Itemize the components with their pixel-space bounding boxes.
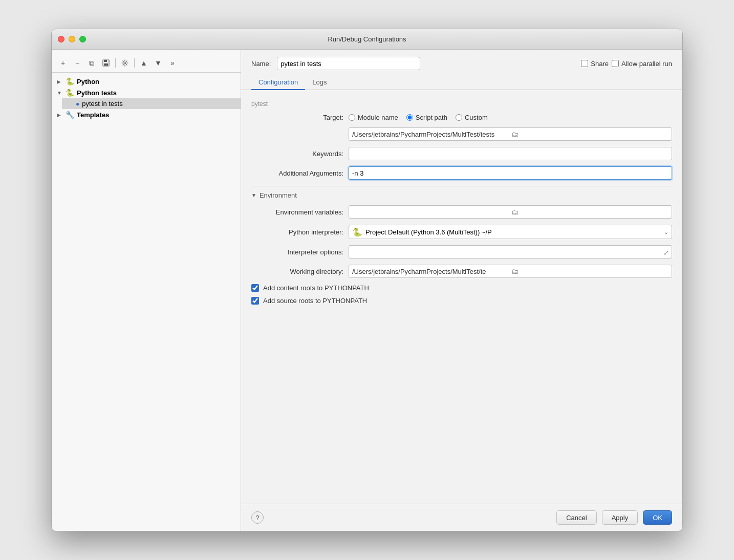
header-row: Name: Share Allow parallel run [241, 50, 682, 75]
module-name-label: Module name [358, 114, 398, 121]
additional-args-row: Additional Arguments: [251, 166, 672, 180]
share-group: Share Allow parallel run [581, 60, 672, 68]
settings-button[interactable] [119, 57, 131, 69]
apply-button[interactable]: Apply [602, 510, 638, 525]
ok-button[interactable]: OK [643, 510, 672, 525]
expand-arrow-python[interactable]: ▶ [57, 79, 63, 84]
share-checkbox-label[interactable]: Share [581, 60, 609, 68]
path-field-container: /Users/jetbrains/PycharmProjects/MultiTe… [349, 127, 672, 141]
tab-configuration[interactable]: Configuration [251, 75, 305, 90]
more-button[interactable]: » [166, 57, 179, 69]
sidebar-item-label-templates: Templates [77, 111, 109, 119]
main-panel: Name: Share Allow parallel run Configura… [241, 50, 682, 531]
source-roots-label[interactable]: Add source roots to PYTHONPATH [263, 297, 367, 305]
parallel-checkbox-label[interactable]: Allow parallel run [612, 60, 672, 68]
add-button[interactable]: + [57, 57, 69, 69]
sidebar-item-pytest-in-tests[interactable]: ● pytest in tests [62, 98, 241, 109]
keywords-label: Keywords: [251, 150, 343, 158]
path-folder-icon[interactable]: 🗂 [511, 130, 668, 138]
environment-section-header: ▼ Environment [251, 191, 672, 199]
interpreter-options-label: Interpreter options: [251, 248, 343, 256]
source-roots-checkbox[interactable] [251, 297, 259, 305]
parallel-checkbox[interactable] [612, 60, 619, 67]
script-path-radio[interactable] [406, 114, 413, 121]
tab-bar: Configuration Logs [241, 75, 682, 90]
keywords-input[interactable] [349, 147, 672, 160]
copy-button[interactable]: ⧉ [85, 57, 98, 69]
env-vars-row: Environment variables: 🗂 [251, 205, 672, 219]
close-button[interactable] [58, 36, 64, 42]
run-debug-configurations-window: Run/Debug Configurations + − ⧉ ▲ ▼ » [51, 29, 683, 531]
parallel-label: Allow parallel run [621, 60, 672, 68]
module-name-radio-label[interactable]: Module name [349, 114, 398, 121]
custom-radio-label[interactable]: Custom [456, 114, 488, 121]
custom-label: Custom [465, 114, 488, 121]
custom-radio[interactable] [456, 114, 462, 121]
env-vars-folder-icon[interactable]: 🗂 [511, 208, 668, 216]
traffic-lights [58, 36, 86, 42]
tab-logs[interactable]: Logs [305, 75, 334, 90]
python-tests-icon: 🐍 [66, 89, 74, 97]
pytest-icon: ● [76, 100, 79, 107]
content-roots-row: Add content roots to PYTHONPATH [251, 284, 672, 292]
sidebar-item-label-pytest: pytest in tests [82, 100, 122, 107]
interpreter-options-field-container: ⤢ [349, 245, 672, 259]
minimize-button[interactable] [69, 36, 75, 42]
move-up-button[interactable]: ▲ [138, 57, 150, 69]
working-dir-label: Working directory: [251, 268, 343, 275]
sidebar-item-label-python: Python [77, 78, 99, 85]
expand-arrow-templates[interactable]: ▶ [57, 112, 63, 118]
titlebar: Run/Debug Configurations [52, 29, 682, 50]
python-interpreter-icon: 🐍 [352, 227, 362, 237]
configuration-panel: pytest Target: Module name Script path [241, 90, 682, 504]
interpreter-dropdown-icon[interactable]: ⌄ [664, 229, 668, 235]
save-button[interactable] [100, 57, 112, 69]
expand-icon[interactable]: ⤢ [663, 249, 669, 256]
share-checkbox[interactable] [581, 60, 588, 67]
svg-rect-2 [104, 63, 108, 66]
sidebar-item-templates[interactable]: ▶ 🔧 Templates [52, 109, 241, 120]
env-collapse-arrow[interactable]: ▼ [251, 192, 256, 198]
maximize-button[interactable] [79, 36, 86, 42]
python-interpreter-label: Python interpreter: [251, 228, 343, 236]
action-buttons: Cancel Apply OK [556, 510, 672, 525]
cancel-button[interactable]: Cancel [556, 510, 596, 525]
name-label: Name: [251, 60, 271, 68]
separator2 [134, 58, 135, 68]
env-vars-label: Environment variables: [251, 208, 343, 216]
expand-arrow-python-tests[interactable]: ▼ [57, 90, 63, 96]
path-row: /Users/jetbrains/PycharmProjects/MultiTe… [251, 127, 672, 141]
separator [115, 58, 116, 68]
additional-args-input[interactable] [349, 166, 672, 180]
additional-args-label: Additional Arguments: [251, 169, 343, 177]
share-label: Share [591, 60, 609, 68]
script-path-label: Script path [416, 114, 447, 121]
sidebar-toolbar: + − ⧉ ▲ ▼ » [52, 54, 241, 73]
sidebar-item-python-tests[interactable]: ▼ 🐍 Python tests [52, 87, 241, 98]
svg-rect-1 [104, 60, 107, 62]
name-input[interactable] [277, 57, 420, 70]
python-interpreter-value: Project Default (Python 3.6 (MultiTest))… [365, 228, 661, 236]
working-dir-folder-icon[interactable]: 🗂 [511, 267, 668, 275]
interpreter-options-input[interactable] [349, 245, 672, 259]
pytest-section-title: pytest [251, 98, 672, 107]
sidebar-item-python[interactable]: ▶ 🐍 Python [52, 76, 241, 87]
remove-button[interactable]: − [71, 57, 83, 69]
working-dir-field-container: /Users/jetbrains/PycharmProjects/MultiTe… [349, 265, 672, 278]
script-path-radio-label[interactable]: Script path [406, 114, 447, 121]
templates-icon: 🔧 [66, 111, 74, 119]
target-label: Target: [251, 114, 343, 121]
working-dir-row: Working directory: /Users/jetbrains/Pych… [251, 265, 672, 278]
help-button[interactable]: ? [251, 511, 264, 524]
python-interpreter-select[interactable]: 🐍 Project Default (Python 3.6 (MultiTest… [349, 225, 672, 239]
module-name-radio[interactable] [349, 114, 355, 121]
python-icon: 🐍 [66, 77, 74, 85]
source-roots-row: Add source roots to PYTHONPATH [251, 297, 672, 305]
sidebar: + − ⧉ ▲ ▼ » ▶ 🐍 [52, 50, 241, 531]
content-roots-label[interactable]: Add content roots to PYTHONPATH [263, 284, 369, 292]
move-down-button[interactable]: ▼ [152, 57, 164, 69]
working-dir-value: /Users/jetbrains/PycharmProjects/MultiTe… [352, 268, 509, 275]
content-roots-checkbox[interactable] [251, 284, 259, 292]
python-interpreter-row: Python interpreter: 🐍 Project Default (P… [251, 225, 672, 239]
window-title: Run/Debug Configurations [328, 35, 406, 43]
